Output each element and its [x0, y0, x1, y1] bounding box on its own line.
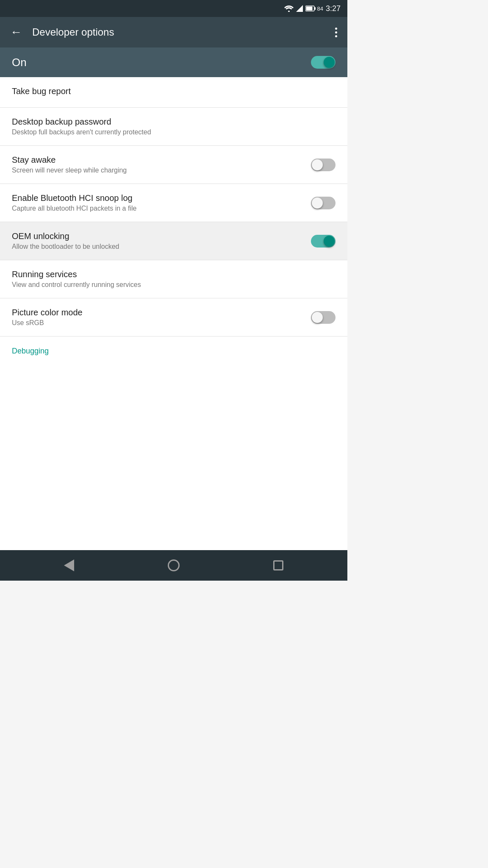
more-options-button[interactable] — [332, 24, 341, 41]
oem-unlocking-toggle-knob — [324, 236, 335, 247]
stay-awake-toggle[interactable] — [311, 159, 336, 171]
bluetooth-hci-subtitle: Capture all bluetooth HCI packets in a f… — [12, 205, 304, 212]
dot2 — [335, 31, 337, 33]
battery-icon: 84 — [305, 6, 323, 12]
svg-rect-4 — [314, 7, 316, 10]
nav-home-icon — [168, 559, 180, 571]
dot3 — [335, 35, 337, 37]
status-icons: 84 3:27 — [284, 4, 341, 13]
bluetooth-hci-item[interactable]: Enable Bluetooth HCI snoop log Capture a… — [0, 184, 347, 222]
developer-options-header: On — [0, 47, 347, 77]
dev-options-label: On — [12, 56, 27, 69]
oem-unlocking-title: OEM unlocking — [12, 231, 304, 241]
bluetooth-hci-text: Enable Bluetooth HCI snoop log Capture a… — [12, 193, 304, 212]
debugging-section-header: Debugging — [0, 337, 347, 359]
oem-unlocking-item[interactable]: OEM unlocking Allow the bootloader to be… — [0, 222, 347, 260]
running-services-title: Running services — [12, 270, 329, 279]
debugging-label: Debugging — [12, 347, 49, 355]
nav-recents-icon — [273, 560, 283, 570]
stay-awake-title: Stay awake — [12, 155, 304, 165]
toggle-knob — [324, 57, 335, 68]
picture-color-mode-toggle-knob — [312, 312, 323, 323]
wifi-icon — [284, 5, 294, 12]
dot1 — [335, 28, 337, 30]
stay-awake-text: Stay awake Screen will never sleep while… — [12, 155, 304, 174]
picture-color-mode-subtitle: Use sRGB — [12, 319, 304, 327]
desktop-backup-password-subtitle: Desktop full backups aren't currently pr… — [12, 128, 329, 136]
take-bug-report-text: Take bug report — [12, 86, 329, 98]
running-services-subtitle: View and control currently running servi… — [12, 281, 329, 289]
oem-unlocking-toggle[interactable] — [311, 235, 336, 248]
bluetooth-hci-toggle[interactable] — [311, 197, 336, 209]
picture-color-mode-text: Picture color mode Use sRGB — [12, 308, 304, 327]
oem-unlocking-text: OEM unlocking Allow the bootloader to be… — [12, 231, 304, 250]
back-button[interactable]: ← — [7, 22, 25, 42]
signal-icon — [296, 5, 303, 12]
nav-back-button[interactable] — [59, 554, 79, 576]
running-services-text: Running services View and control curren… — [12, 270, 329, 289]
take-bug-report-item[interactable]: Take bug report — [0, 77, 347, 108]
svg-rect-3 — [306, 7, 313, 11]
status-time: 3:27 — [326, 4, 341, 13]
nav-bar — [0, 550, 347, 581]
oem-unlocking-subtitle: Allow the bootloader to be unlocked — [12, 243, 304, 250]
desktop-backup-password-text: Desktop backup password Desktop full bac… — [12, 117, 329, 136]
stay-awake-subtitle: Screen will never sleep while charging — [12, 167, 304, 174]
bluetooth-hci-toggle-knob — [312, 198, 323, 209]
settings-list: Take bug report Desktop backup password … — [0, 77, 347, 550]
svg-marker-1 — [296, 5, 303, 12]
toolbar-title: Developer options — [32, 26, 325, 38]
running-services-item[interactable]: Running services View and control curren… — [0, 260, 347, 298]
desktop-backup-password-item[interactable]: Desktop backup password Desktop full bac… — [0, 108, 347, 146]
picture-color-mode-title: Picture color mode — [12, 308, 304, 317]
desktop-backup-password-title: Desktop backup password — [12, 117, 329, 127]
nav-home-button[interactable] — [163, 554, 185, 576]
svg-point-0 — [288, 11, 290, 12]
picture-color-mode-item[interactable]: Picture color mode Use sRGB — [0, 298, 347, 337]
take-bug-report-title: Take bug report — [12, 86, 329, 96]
bluetooth-hci-title: Enable Bluetooth HCI snoop log — [12, 193, 304, 203]
developer-options-toggle[interactable] — [311, 56, 336, 69]
nav-back-icon — [64, 559, 74, 571]
toolbar: ← Developer options — [0, 17, 347, 47]
picture-color-mode-toggle[interactable] — [311, 311, 336, 324]
stay-awake-item[interactable]: Stay awake Screen will never sleep while… — [0, 146, 347, 184]
status-bar: 84 3:27 — [0, 0, 347, 17]
stay-awake-toggle-knob — [312, 159, 323, 170]
nav-recents-button[interactable] — [268, 555, 288, 576]
